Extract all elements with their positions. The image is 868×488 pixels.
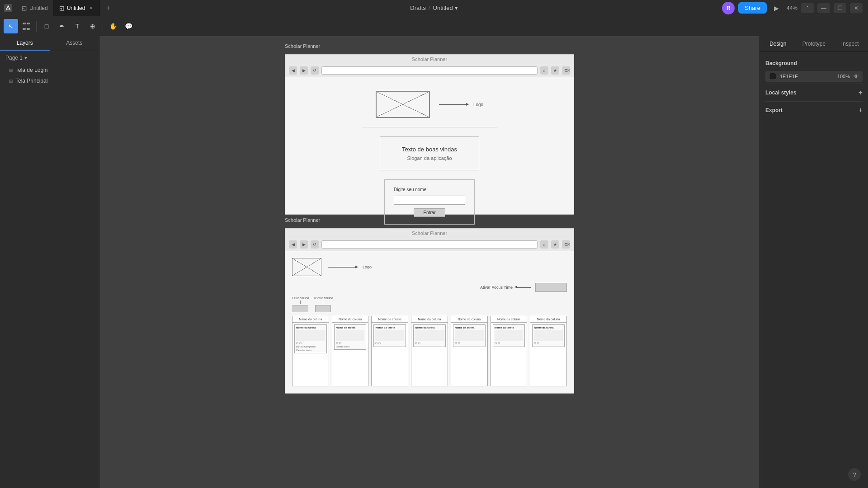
- frame-header-label-2: Scholar Planner: [412, 230, 447, 236]
- col-name-2: Nome da coluna: [378, 318, 401, 321]
- td-4-2: [458, 342, 460, 344]
- avatar[interactable]: R: [722, 2, 735, 14]
- col-name-4: Nome da coluna: [458, 318, 481, 321]
- help-button[interactable]: ?: [848, 468, 861, 481]
- layer-item-0[interactable]: ⊞ Tela de Login: [0, 65, 99, 75]
- hand-tool[interactable]: ✋: [106, 19, 120, 33]
- frame-tool[interactable]: [19, 19, 33, 33]
- main-logo-arrow: Logo: [328, 265, 372, 269]
- tab-add[interactable]: +: [100, 0, 116, 16]
- layer-label-1: Tela Principal: [15, 78, 47, 84]
- breadcrumb-sep: /: [429, 5, 430, 11]
- tab-0[interactable]: ◱ Untitled: [16, 0, 54, 16]
- td-6-2: [537, 342, 539, 344]
- add-local-style-button[interactable]: +: [859, 89, 863, 97]
- col-header-4: Nome da coluna: [451, 316, 487, 323]
- tab-inspect[interactable]: Inspect: [832, 36, 868, 52]
- task-card-3-0[interactable]: Nome da tarefa: [413, 324, 446, 347]
- task-card-6-0[interactable]: Nome da tarefa: [532, 324, 565, 347]
- back-btn[interactable]: ◀: [289, 66, 297, 75]
- breadcrumb-drafts[interactable]: Drafts: [410, 5, 426, 11]
- back-btn-2[interactable]: ◀: [289, 240, 297, 249]
- tab-prototype[interactable]: Prototype: [796, 36, 832, 52]
- app-icon[interactable]: [0, 0, 16, 16]
- background-color-swatch[interactable]: [769, 73, 776, 80]
- add-column-label: Criar coluna: [292, 296, 309, 300]
- forward-btn[interactable]: ▶: [300, 66, 308, 75]
- tab-icon-1: ◱: [59, 5, 64, 11]
- page-chevron-icon: ▾: [24, 55, 27, 61]
- task-card-5-0[interactable]: Nome da tarefa: [493, 324, 525, 347]
- background-opacity[interactable]: 100%: [837, 74, 850, 79]
- task-dot-1-1: [336, 342, 338, 344]
- tab-design[interactable]: Design: [760, 36, 796, 52]
- tab-layers[interactable]: Layers: [0, 36, 50, 51]
- td-5-2: [498, 342, 500, 344]
- task-card-2-0[interactable]: Nome da tarefa: [373, 324, 406, 347]
- name-input[interactable]: [394, 196, 465, 205]
- td-3-1: [415, 342, 417, 344]
- tab-assets[interactable]: Assets: [50, 36, 99, 51]
- home-icon[interactable]: ⌂: [540, 66, 548, 75]
- canvas-area[interactable]: Scholar Planner Scholar Planner ◀ ▶ ↺ ⌂ …: [99, 36, 760, 488]
- add-column-button[interactable]: [292, 305, 308, 312]
- minimize-button[interactable]: —: [817, 3, 830, 13]
- component-tool[interactable]: ⊕: [85, 19, 100, 33]
- address-bar-2[interactable]: [321, 240, 538, 249]
- forward-btn-2[interactable]: ▶: [300, 240, 308, 249]
- comment-tool[interactable]: 💬: [121, 19, 136, 33]
- reload-btn[interactable]: ↺: [311, 66, 319, 75]
- logo-arrow-login: Logo: [439, 102, 483, 107]
- login-frame-title: Scholar Planner: [285, 43, 320, 49]
- separator-2: [103, 21, 103, 32]
- page-name[interactable]: Page 1 ▾: [5, 55, 27, 61]
- add-export-button[interactable]: +: [859, 106, 863, 114]
- task-card-4-0[interactable]: Nome da tarefa: [453, 324, 486, 347]
- star-icon-2[interactable]: ★: [551, 240, 559, 249]
- col-body-6: Nome da tarefa: [530, 323, 566, 386]
- shape-tool[interactable]: □: [39, 19, 54, 33]
- focus-arrow-line: [517, 287, 531, 288]
- star-icon[interactable]: ★: [551, 66, 559, 75]
- breadcrumb-title[interactable]: Untitled ▾: [433, 5, 458, 11]
- task-icons-4: [455, 342, 484, 344]
- col-name-3: Nome da coluna: [418, 318, 441, 321]
- frame-close-1[interactable]: ✕: [566, 67, 571, 74]
- task-card-1-0[interactable]: Nome da tarefa Deletar tarefa: [334, 324, 367, 350]
- reload-btn-2[interactable]: ↺: [311, 240, 319, 249]
- home-icon-2[interactable]: ⌂: [540, 240, 548, 249]
- layer-item-1[interactable]: ⊞ Tela Principal: [0, 75, 99, 86]
- collapse-button[interactable]: ⌃: [801, 3, 814, 13]
- background-hex[interactable]: 1E1E1E: [780, 74, 834, 79]
- delete-column-button[interactable]: [315, 305, 331, 312]
- maximize-button[interactable]: ❐: [834, 3, 846, 13]
- add-column-group: Criar coluna: [292, 296, 309, 312]
- background-section-header: Background: [765, 57, 863, 69]
- right-panel: Design Prototype Inspect Background 1E1E…: [760, 36, 868, 488]
- frame-close-2[interactable]: ✕: [566, 241, 571, 248]
- address-bar-1[interactable]: [321, 66, 538, 75]
- share-button[interactable]: Share: [738, 2, 767, 14]
- close-button[interactable]: ✕: [850, 3, 863, 13]
- tab-close-1[interactable]: ✕: [88, 5, 94, 11]
- zoom-level[interactable]: 44%: [787, 5, 797, 11]
- col-body-1: Nome da tarefa Deletar tarefa: [332, 323, 368, 386]
- visibility-toggle-icon[interactable]: 👁: [854, 73, 859, 80]
- pen-tool[interactable]: ✒: [55, 19, 69, 33]
- task-body-2: [375, 330, 404, 341]
- task-progress-label: Barra de progresso: [296, 345, 325, 348]
- delete-task-btn[interactable]: Deletar tarefa: [336, 345, 365, 348]
- enter-button[interactable]: Entrar: [414, 208, 445, 217]
- main-frame: Scholar Planner ◀ ▶ ↺ ⌂ ★ ⚙ ✕: [285, 228, 574, 394]
- background-color-row[interactable]: 1E1E1E 100% 👁: [765, 71, 863, 82]
- focus-time-button[interactable]: [535, 283, 567, 292]
- cancel-task-btn[interactable]: Cancelar tarefa: [296, 349, 325, 352]
- welcome-slogan: Slogan da aplicação: [394, 155, 465, 161]
- select-tool[interactable]: ↖: [4, 19, 18, 33]
- task-card-0-0[interactable]: Nome da tarefa Barra de progresso Cancel…: [294, 324, 327, 353]
- text-tool[interactable]: T: [70, 19, 85, 33]
- section-divider-2: [765, 101, 863, 102]
- local-styles-label: Local styles: [765, 89, 797, 96]
- play-button[interactable]: ▶: [770, 2, 783, 14]
- tab-1[interactable]: ◱ Untitled ✕: [54, 0, 100, 16]
